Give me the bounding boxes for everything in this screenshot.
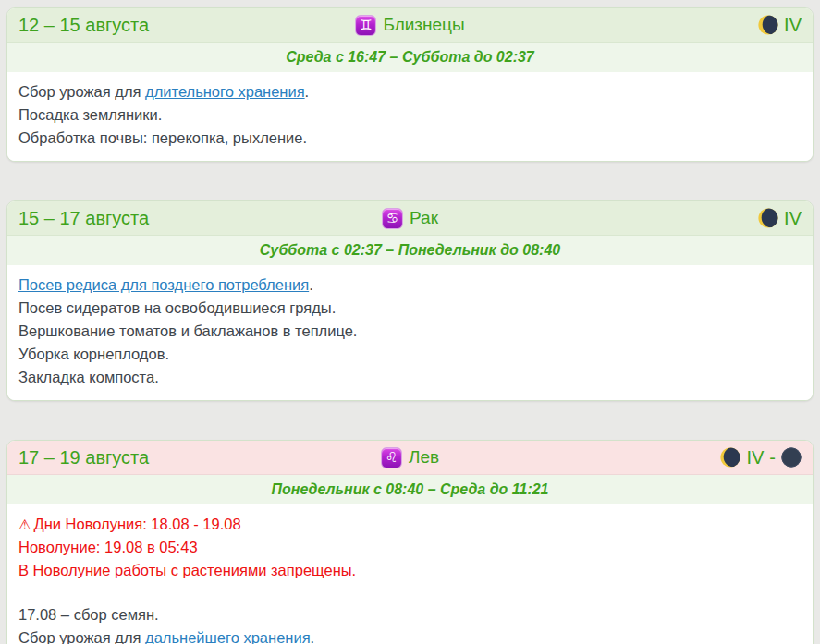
- link-late-radish[interactable]: Посев редиса для позднего потребления: [18, 276, 309, 293]
- body-text: Сбор урожая для: [18, 83, 145, 100]
- date-range: 17 – 19 августа: [18, 447, 381, 468]
- card-header: 15 – 17 августа ♋ Рак IV: [7, 201, 813, 236]
- period-row: Среда с 16:47 – Суббота до 02:37: [7, 43, 813, 72]
- moon-phase-label: IV: [784, 15, 802, 36]
- zodiac-name: Рак: [410, 208, 438, 228]
- body-line: Уборка корнеплодов.: [18, 343, 802, 366]
- moon-phase-group: IV -: [439, 447, 802, 468]
- moon-phase-label: IV: [784, 208, 802, 229]
- zodiac-gemini-icon: ♊: [355, 15, 376, 36]
- zodiac-leo-icon: ♌: [381, 447, 402, 468]
- date-range: 12 – 15 августа: [18, 15, 355, 36]
- zodiac-name: Лев: [409, 447, 439, 468]
- calendar-card-gemini: 12 – 15 августа ♊ Близнецы IV Среда с 16…: [6, 7, 814, 162]
- body-text: .: [311, 629, 315, 644]
- body-line: 17.08 – сбор семян.: [18, 603, 802, 626]
- blank-line: [18, 582, 802, 603]
- moon-phase-label: IV: [746, 447, 764, 468]
- body-line: Сбор урожая для длительного хранения.: [18, 80, 802, 103]
- link-further-storage[interactable]: дальнейшего хранения: [145, 629, 311, 644]
- waning-crescent-moon-icon: [758, 15, 778, 35]
- new-moon-icon: [781, 447, 802, 468]
- zodiac-group: ♌ Лев: [381, 447, 439, 468]
- moon-phase-separator: -: [769, 447, 776, 468]
- warning-line: В Новолуние работы с растениями запрещен…: [18, 559, 802, 582]
- body-line: Закладка компоста.: [18, 366, 802, 389]
- zodiac-group: ♋ Рак: [382, 208, 438, 229]
- card-body: ⚠Дни Новолуния: 18.08 - 19.08 Новолуние:…: [7, 504, 813, 644]
- body-line: Посев сидератов на освободившиеся гряды.: [18, 297, 802, 320]
- body-line: Сбор урожая для дальнейшего хранения.: [18, 626, 802, 644]
- period-row: Суббота с 02:37 – Понедельник до 08:40: [7, 236, 813, 265]
- body-text: .: [309, 276, 313, 293]
- body-line: Обработка почвы: перекопка, рыхление.: [18, 127, 802, 150]
- date-range: 15 – 17 августа: [18, 208, 382, 229]
- card-body: Посев редиса для позднего потребления. П…: [7, 265, 813, 400]
- waning-crescent-moon-icon: [720, 447, 740, 468]
- zodiac-name: Близнецы: [383, 15, 464, 35]
- warning-line: ⚠Дни Новолуния: 18.08 - 19.08: [18, 513, 802, 536]
- warning-text: Дни Новолуния: 18.08 - 19.08: [33, 516, 240, 532]
- calendar-card-leo: 17 – 19 августа ♌ Лев IV -: [6, 440, 814, 644]
- zodiac-cancer-icon: ♋: [382, 208, 403, 229]
- link-long-storage[interactable]: длительного хранения: [145, 83, 305, 100]
- warning-line: Новолуние: 19.08 в 05:43: [18, 536, 802, 559]
- lunar-calendar-page: 12 – 15 августа ♊ Близнецы IV Среда с 16…: [0, 0, 820, 644]
- card-header: 17 – 19 августа ♌ Лев IV -: [7, 441, 813, 475]
- body-line: Посадка земляники.: [18, 103, 802, 127]
- moon-phase-group: IV: [438, 208, 802, 229]
- zodiac-group: ♊ Близнецы: [355, 15, 464, 36]
- period-row: Понедельник с 08:40 – Среда до 11:21: [7, 475, 813, 504]
- body-line: Посев редиса для позднего потребления.: [18, 273, 802, 297]
- body-line: Вершкование томатов и баклажанов в тепли…: [18, 320, 802, 343]
- calendar-card-cancer: 15 – 17 августа ♋ Рак IV Суббота с 02:37…: [6, 200, 814, 401]
- card-header: 12 – 15 августа ♊ Близнецы IV: [7, 8, 813, 43]
- body-text: Сбор урожая для: [18, 629, 145, 644]
- card-body: Сбор урожая для длительного хранения. По…: [7, 72, 813, 161]
- moon-phase-group: IV: [465, 15, 802, 36]
- warning-icon: ⚠: [18, 516, 31, 532]
- waning-crescent-moon-icon: [758, 208, 778, 228]
- body-text: .: [305, 83, 310, 100]
